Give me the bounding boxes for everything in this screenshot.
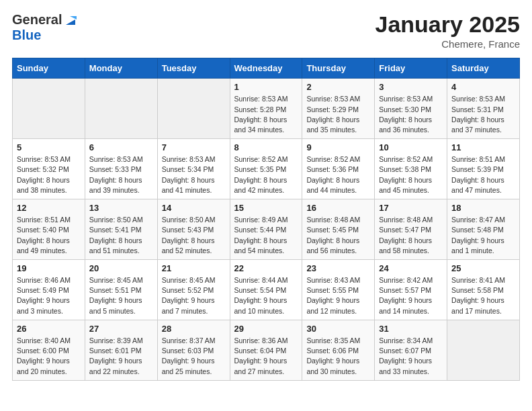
calendar-cell: 8Sunrise: 8:52 AM Sunset: 5:35 PM Daylig… (230, 139, 302, 199)
col-header-monday: Monday (85, 58, 157, 79)
calendar-cell: 7Sunrise: 8:53 AM Sunset: 5:34 PM Daylig… (157, 139, 230, 199)
day-info: Sunrise: 8:50 AM Sunset: 5:41 PM Dayligh… (89, 215, 153, 256)
calendar-week-3: 12Sunrise: 8:51 AM Sunset: 5:40 PM Dayli… (13, 199, 520, 260)
day-number: 10 (379, 142, 443, 152)
day-info: Sunrise: 8:53 AM Sunset: 5:30 PM Dayligh… (379, 94, 443, 135)
calendar-cell: 21Sunrise: 8:45 AM Sunset: 5:52 PM Dayli… (157, 260, 230, 320)
calendar-cell (13, 79, 85, 139)
day-info: Sunrise: 8:52 AM Sunset: 5:35 PM Dayligh… (234, 154, 298, 195)
calendar-table: SundayMondayTuesdayWednesdayThursdayFrid… (12, 58, 520, 380)
calendar-cell: 4Sunrise: 8:53 AM Sunset: 5:31 PM Daylig… (447, 79, 520, 139)
day-number: 30 (306, 324, 370, 334)
day-info: Sunrise: 8:53 AM Sunset: 5:29 PM Dayligh… (306, 94, 370, 135)
day-number: 9 (306, 142, 370, 152)
col-header-wednesday: Wednesday (230, 58, 302, 79)
day-info: Sunrise: 8:34 AM Sunset: 6:07 PM Dayligh… (379, 336, 443, 377)
calendar-cell: 31Sunrise: 8:34 AM Sunset: 6:07 PM Dayli… (375, 320, 447, 380)
day-info: Sunrise: 8:46 AM Sunset: 5:49 PM Dayligh… (17, 275, 81, 316)
day-number: 3 (379, 82, 443, 92)
day-number: 19 (17, 263, 81, 273)
day-number: 17 (379, 203, 443, 213)
calendar-cell: 27Sunrise: 8:39 AM Sunset: 6:01 PM Dayli… (85, 320, 157, 380)
calendar-cell: 17Sunrise: 8:48 AM Sunset: 5:47 PM Dayli… (375, 199, 447, 260)
location: Chemere, France (375, 38, 521, 50)
calendar-week-5: 26Sunrise: 8:40 AM Sunset: 6:00 PM Dayli… (13, 320, 520, 380)
day-info: Sunrise: 8:53 AM Sunset: 5:31 PM Dayligh… (451, 94, 515, 135)
day-info: Sunrise: 8:36 AM Sunset: 6:04 PM Dayligh… (234, 336, 298, 377)
day-info: Sunrise: 8:53 AM Sunset: 5:28 PM Dayligh… (234, 94, 298, 135)
calendar-cell: 2Sunrise: 8:53 AM Sunset: 5:29 PM Daylig… (302, 79, 375, 139)
calendar-cell: 28Sunrise: 8:37 AM Sunset: 6:03 PM Dayli… (157, 320, 230, 380)
day-number: 11 (451, 142, 515, 152)
col-header-saturday: Saturday (447, 58, 520, 79)
calendar-cell: 24Sunrise: 8:42 AM Sunset: 5:57 PM Dayli… (375, 260, 447, 320)
day-info: Sunrise: 8:44 AM Sunset: 5:54 PM Dayligh… (234, 275, 298, 316)
day-number: 23 (306, 263, 370, 273)
day-info: Sunrise: 8:51 AM Sunset: 5:39 PM Dayligh… (451, 154, 515, 195)
calendar-cell: 26Sunrise: 8:40 AM Sunset: 6:00 PM Dayli… (13, 320, 85, 380)
day-info: Sunrise: 8:52 AM Sunset: 5:38 PM Dayligh… (379, 154, 443, 195)
day-number: 4 (451, 82, 515, 92)
day-number: 28 (162, 324, 226, 334)
calendar-cell: 3Sunrise: 8:53 AM Sunset: 5:30 PM Daylig… (375, 79, 447, 139)
day-number: 27 (89, 324, 153, 334)
day-info: Sunrise: 8:45 AM Sunset: 5:52 PM Dayligh… (162, 275, 226, 316)
day-info: Sunrise: 8:43 AM Sunset: 5:55 PM Dayligh… (306, 275, 370, 316)
calendar-week-4: 19Sunrise: 8:46 AM Sunset: 5:49 PM Dayli… (13, 260, 520, 320)
calendar-cell: 22Sunrise: 8:44 AM Sunset: 5:54 PM Dayli… (230, 260, 302, 320)
calendar-cell (447, 320, 520, 380)
day-info: Sunrise: 8:47 AM Sunset: 5:48 PM Dayligh… (451, 215, 515, 256)
calendar-cell: 29Sunrise: 8:36 AM Sunset: 6:04 PM Dayli… (230, 320, 302, 380)
day-info: Sunrise: 8:48 AM Sunset: 5:45 PM Dayligh… (306, 215, 370, 256)
calendar-cell: 13Sunrise: 8:50 AM Sunset: 5:41 PM Dayli… (85, 199, 157, 260)
calendar-cell: 11Sunrise: 8:51 AM Sunset: 5:39 PM Dayli… (447, 139, 520, 199)
day-number: 14 (162, 203, 226, 213)
day-number: 7 (162, 142, 226, 152)
col-header-sunday: Sunday (13, 58, 85, 79)
calendar-cell: 19Sunrise: 8:46 AM Sunset: 5:49 PM Dayli… (13, 260, 85, 320)
logo-text: General (12, 12, 78, 28)
calendar-cell: 15Sunrise: 8:49 AM Sunset: 5:44 PM Dayli… (230, 199, 302, 260)
day-number: 5 (17, 142, 81, 152)
day-number: 12 (17, 203, 81, 213)
svg-marker-1 (70, 16, 77, 19)
header: General Blue January 2025 Chemere, Franc… (12, 12, 520, 50)
day-number: 18 (451, 203, 515, 213)
day-info: Sunrise: 8:41 AM Sunset: 5:58 PM Dayligh… (451, 275, 515, 316)
calendar-header-row: SundayMondayTuesdayWednesdayThursdayFrid… (13, 58, 520, 79)
calendar-cell: 10Sunrise: 8:52 AM Sunset: 5:38 PM Dayli… (375, 139, 447, 199)
title-area: January 2025 Chemere, France (375, 12, 521, 50)
col-header-thursday: Thursday (302, 58, 375, 79)
day-info: Sunrise: 8:48 AM Sunset: 5:47 PM Dayligh… (379, 215, 443, 256)
svg-marker-0 (66, 19, 75, 25)
logo-blue: Blue (12, 28, 41, 43)
day-number: 20 (89, 263, 153, 273)
day-info: Sunrise: 8:49 AM Sunset: 5:44 PM Dayligh… (234, 215, 298, 256)
month-title: January 2025 (375, 12, 521, 37)
day-number: 8 (234, 142, 298, 152)
day-number: 1 (234, 82, 298, 92)
calendar-cell: 6Sunrise: 8:53 AM Sunset: 5:33 PM Daylig… (85, 139, 157, 199)
day-info: Sunrise: 8:53 AM Sunset: 5:34 PM Dayligh… (162, 154, 226, 195)
calendar-cell: 14Sunrise: 8:50 AM Sunset: 5:43 PM Dayli… (157, 199, 230, 260)
logo-icon (63, 13, 78, 28)
day-number: 26 (17, 324, 81, 334)
day-info: Sunrise: 8:51 AM Sunset: 5:40 PM Dayligh… (17, 215, 81, 256)
calendar-cell: 25Sunrise: 8:41 AM Sunset: 5:58 PM Dayli… (447, 260, 520, 320)
calendar-cell: 12Sunrise: 8:51 AM Sunset: 5:40 PM Dayli… (13, 199, 85, 260)
day-info: Sunrise: 8:53 AM Sunset: 5:33 PM Dayligh… (89, 154, 153, 195)
calendar-cell: 5Sunrise: 8:53 AM Sunset: 5:32 PM Daylig… (13, 139, 85, 199)
logo-general: General (12, 12, 62, 28)
col-header-friday: Friday (375, 58, 447, 79)
day-number: 6 (89, 142, 153, 152)
day-info: Sunrise: 8:35 AM Sunset: 6:06 PM Dayligh… (306, 336, 370, 377)
day-number: 2 (306, 82, 370, 92)
day-number: 13 (89, 203, 153, 213)
calendar-cell: 20Sunrise: 8:45 AM Sunset: 5:51 PM Dayli… (85, 260, 157, 320)
day-info: Sunrise: 8:37 AM Sunset: 6:03 PM Dayligh… (162, 336, 226, 377)
day-number: 24 (379, 263, 443, 273)
page: General Blue January 2025 Chemere, Franc… (0, 0, 532, 393)
day-info: Sunrise: 8:42 AM Sunset: 5:57 PM Dayligh… (379, 275, 443, 316)
logo: General Blue (12, 12, 78, 43)
col-header-tuesday: Tuesday (157, 58, 230, 79)
